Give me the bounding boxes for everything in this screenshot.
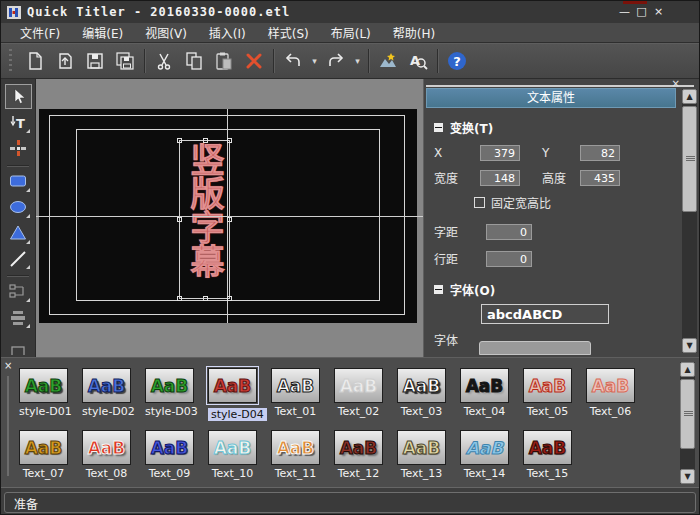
help-button[interactable]: ? [442,47,472,75]
menu-layout[interactable]: 布局(L) [320,24,382,41]
scroll-up-icon[interactable]: ▲ [680,362,695,377]
style-preview: AaB [523,368,572,403]
find-button[interactable]: A [403,47,433,75]
gallery-grip[interactable] [7,376,9,476]
menu-edit[interactable]: 编辑(E) [71,24,134,41]
scroll-down-icon[interactable]: ▼ [682,338,697,353]
scrollbar-thumb[interactable] [682,106,697,212]
rectangle-tool[interactable] [5,169,32,194]
style-tile-style-D04[interactable]: AaBstyle-D04 [208,368,257,422]
style-tile-Text_14[interactable]: AaBText_14 [460,430,509,480]
width-field[interactable]: 148 [480,170,520,186]
gallery-scrollbar[interactable]: ▲ ▼ [680,362,695,484]
style-tile-style-D02[interactable]: AaBstyle-D02 [82,368,131,422]
style-label: Text_13 [397,467,446,480]
line-tool[interactable] [5,247,32,272]
style-label: Text_04 [460,405,509,418]
char-spacing-field[interactable]: 0 [486,224,532,240]
transform-section-header[interactable]: 变换(T) [434,119,676,136]
redo-dropdown[interactable]: ▾ [351,47,364,75]
copy-button[interactable] [179,47,209,75]
y-field[interactable]: 82 [580,145,620,161]
maximize-button[interactable]: □ [635,4,648,19]
menu-style[interactable]: 样式(S) [257,24,320,41]
undo-button[interactable] [278,47,308,75]
close-button[interactable]: × [652,4,665,19]
style-tile-Text_03[interactable]: AaBText_03 [397,368,446,422]
font-section-header[interactable]: 字体(O) [434,281,676,298]
cut-button[interactable] [149,47,179,75]
minimize-button[interactable]: — [618,4,631,19]
connector-tool[interactable] [5,279,32,304]
menu-file[interactable]: 文件(F) [9,24,71,41]
canvas-workspace[interactable]: 竖版字幕 [36,79,423,357]
style-tile-Text_10[interactable]: AaBText_10 [208,430,257,480]
save-all-button[interactable] [110,47,140,75]
collapse-icon[interactable] [434,123,443,132]
style-tile-Text_08[interactable]: AaBText_08 [82,430,131,480]
more-tool[interactable] [5,331,32,356]
cut-icon [153,50,175,72]
style-tile-style-D03[interactable]: AaBstyle-D03 [145,368,194,422]
style-tile-style-D01[interactable]: AaBstyle-D01 [19,368,68,422]
triangle-tool[interactable] [5,221,32,246]
style-tile-Text_02[interactable]: AaBText_02 [334,368,383,422]
font-select[interactable] [479,341,591,355]
delete-icon [243,50,265,72]
selection-handle[interactable] [177,217,182,222]
height-field[interactable]: 435 [580,170,620,186]
style-tile-Text_09[interactable]: AaBText_09 [145,430,194,480]
gallery-close-icon[interactable]: × [4,360,12,371]
ellipse-tool[interactable] [5,195,32,220]
new-document-button[interactable] [20,47,50,75]
style-tile-Text_15[interactable]: AaBText_15 [523,430,572,480]
selection-handle[interactable] [203,296,208,301]
vertical-text-tool[interactable]: T [5,110,32,135]
style-tile-Text_07[interactable]: AaBText_07 [19,430,68,480]
collapse-icon[interactable] [434,285,443,294]
toolbox-separator [7,165,29,166]
canvas-title-text[interactable]: 竖版字幕 [186,142,224,278]
app-icon [7,6,21,19]
menu-help[interactable]: 帮助(H) [382,24,446,41]
selection-handle[interactable] [227,217,232,222]
delete-button[interactable] [239,47,269,75]
redo-button[interactable] [321,47,351,75]
style-tile-Text_05[interactable]: AaBText_05 [523,368,572,422]
align-cross-tool[interactable] [5,136,32,161]
style-tile-Text_04[interactable]: AaBText_04 [460,368,509,422]
selection-handle[interactable] [177,138,182,143]
style-tile-Text_12[interactable]: AaBText_12 [334,430,383,480]
more-tool-icon [7,333,29,355]
open-document-button[interactable] [50,47,80,75]
style-tile-Text_13[interactable]: AaBText_13 [397,430,446,480]
char-spacing-label: 字距 [434,223,486,240]
x-field[interactable]: 379 [480,145,520,161]
selection-handle[interactable] [177,296,182,301]
selection-handle[interactable] [203,138,208,143]
fixed-aspect-checkbox[interactable] [474,197,485,208]
style-library-button[interactable] [373,47,403,75]
style-tile-Text_01[interactable]: AaBText_01 [271,368,320,422]
selection-handle[interactable] [227,138,232,143]
selection-handle[interactable] [227,296,232,301]
panel-scrollbar[interactable]: ▲ ▼ [682,89,697,353]
scroll-down-icon[interactable]: ▼ [680,469,695,484]
style-preview: AaB [271,430,320,465]
style-tile-Text_06[interactable]: AaBText_06 [586,368,635,422]
text-selection-box[interactable]: 竖版字幕 [179,140,230,299]
scrollbar-thumb[interactable] [680,379,695,449]
scroll-up-icon[interactable]: ▲ [682,89,697,104]
save-button[interactable] [80,47,110,75]
line-spacing-field[interactable]: 0 [486,251,532,267]
style-preview: AaB [82,368,131,403]
toolbar-grip[interactable] [9,49,12,73]
menu-view[interactable]: 视图(V) [134,24,198,41]
menu-insert[interactable]: 插入(I) [198,24,257,41]
panel-content: 变换(T) X 379 Y 82 宽度 148 高度 435 固定宽高比 [426,109,676,357]
style-tile-Text_11[interactable]: AaBText_11 [271,430,320,480]
select-tool[interactable] [5,84,32,109]
distribute-tool[interactable] [5,305,32,330]
paste-button[interactable] [209,47,239,75]
undo-dropdown[interactable]: ▾ [308,47,321,75]
